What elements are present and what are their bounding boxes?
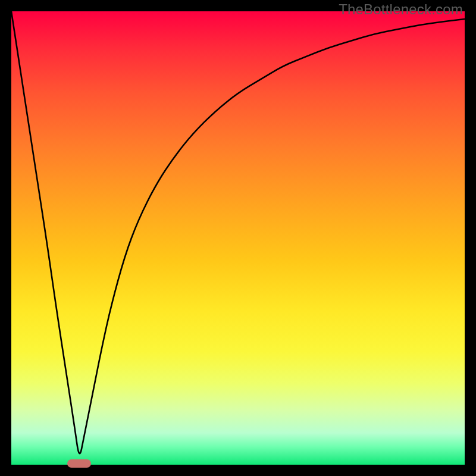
bottleneck-curve <box>11 11 465 465</box>
chart-frame: TheBottleneck.com <box>0 0 476 476</box>
plot-area <box>11 11 465 465</box>
watermark-text: TheBottleneck.com <box>339 1 463 18</box>
minimum-marker <box>67 459 91 468</box>
